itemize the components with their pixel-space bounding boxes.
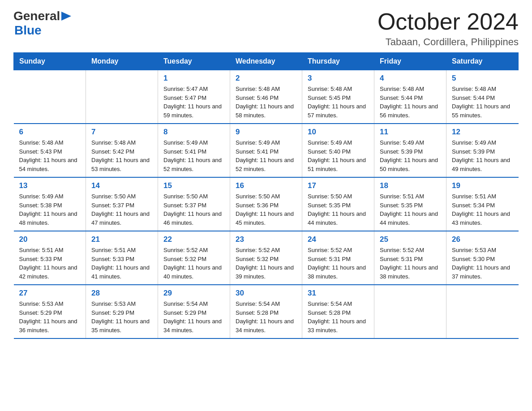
day-number: 31 <box>308 289 369 298</box>
day-number: 2 <box>236 74 296 83</box>
day-number: 25 <box>380 235 441 244</box>
day-number: 15 <box>163 181 224 190</box>
calendar-cell: 4Sunrise: 5:48 AMSunset: 5:44 PMDaylight… <box>374 70 446 124</box>
day-info: Sunrise: 5:48 AMSunset: 5:43 PMDaylight:… <box>19 138 81 173</box>
calendar-cell <box>446 285 519 338</box>
col-friday: Friday <box>374 53 446 70</box>
col-monday: Monday <box>86 53 158 70</box>
day-number: 3 <box>308 74 369 83</box>
calendar-cell: 10Sunrise: 5:49 AMSunset: 5:40 PMDayligh… <box>302 124 374 177</box>
day-number: 11 <box>380 128 441 137</box>
calendar-cell: 6Sunrise: 5:48 AMSunset: 5:43 PMDaylight… <box>14 124 86 177</box>
day-number: 22 <box>163 235 224 244</box>
day-info: Sunrise: 5:54 AMSunset: 5:28 PMDaylight:… <box>308 300 369 334</box>
month-title: October 2024 <box>378 9 519 34</box>
logo-general-text: General <box>13 9 60 23</box>
day-info: Sunrise: 5:49 AMSunset: 5:41 PMDaylight:… <box>163 138 224 173</box>
svg-marker-0 <box>61 12 71 21</box>
day-info: Sunrise: 5:48 AMSunset: 5:45 PMDaylight:… <box>308 85 369 120</box>
day-number: 4 <box>380 74 441 83</box>
calendar-cell <box>374 285 446 338</box>
calendar-cell: 24Sunrise: 5:52 AMSunset: 5:31 PMDayligh… <box>302 231 374 285</box>
day-number: 26 <box>452 235 513 244</box>
day-number: 5 <box>452 74 513 83</box>
day-number: 1 <box>163 74 224 83</box>
day-number: 27 <box>19 289 81 298</box>
day-number: 6 <box>19 128 81 137</box>
header-row: Sunday Monday Tuesday Wednesday Thursday… <box>14 53 519 70</box>
day-info: Sunrise: 5:49 AMSunset: 5:39 PMDaylight:… <box>452 138 513 173</box>
calendar-row: 6Sunrise: 5:48 AMSunset: 5:43 PMDaylight… <box>14 124 519 177</box>
day-number: 24 <box>308 235 369 244</box>
calendar-cell: 30Sunrise: 5:54 AMSunset: 5:28 PMDayligh… <box>230 285 302 338</box>
calendar-cell: 19Sunrise: 5:51 AMSunset: 5:34 PMDayligh… <box>446 177 519 231</box>
day-number: 19 <box>452 181 513 190</box>
day-info: Sunrise: 5:51 AMSunset: 5:35 PMDaylight:… <box>380 192 441 227</box>
page-header: General Blue October 2024 Tabaan, Cordil… <box>13 9 519 48</box>
calendar-cell: 5Sunrise: 5:48 AMSunset: 5:44 PMDaylight… <box>446 70 519 124</box>
day-info: Sunrise: 5:48 AMSunset: 5:46 PMDaylight:… <box>236 85 296 120</box>
day-number: 23 <box>236 235 296 244</box>
day-number: 9 <box>236 128 296 137</box>
calendar-cell: 20Sunrise: 5:51 AMSunset: 5:33 PMDayligh… <box>14 231 86 285</box>
calendar-cell: 12Sunrise: 5:49 AMSunset: 5:39 PMDayligh… <box>446 124 519 177</box>
calendar-row: 27Sunrise: 5:53 AMSunset: 5:29 PMDayligh… <box>14 285 519 338</box>
title-section: October 2024 Tabaan, Cordillera, Philipp… <box>378 9 519 48</box>
calendar-cell: 29Sunrise: 5:54 AMSunset: 5:29 PMDayligh… <box>158 285 230 338</box>
calendar-cell: 17Sunrise: 5:50 AMSunset: 5:35 PMDayligh… <box>302 177 374 231</box>
calendar-cell: 23Sunrise: 5:52 AMSunset: 5:32 PMDayligh… <box>230 231 302 285</box>
calendar-header: Sunday Monday Tuesday Wednesday Thursday… <box>14 53 519 70</box>
calendar-cell: 8Sunrise: 5:49 AMSunset: 5:41 PMDaylight… <box>158 124 230 177</box>
day-number: 21 <box>91 235 152 244</box>
day-number: 7 <box>91 128 152 137</box>
day-info: Sunrise: 5:54 AMSunset: 5:29 PMDaylight:… <box>163 300 224 334</box>
calendar-cell <box>86 70 158 124</box>
calendar-body: 1Sunrise: 5:47 AMSunset: 5:47 PMDaylight… <box>14 70 519 339</box>
day-info: Sunrise: 5:48 AMSunset: 5:44 PMDaylight:… <box>380 85 441 120</box>
calendar-row: 13Sunrise: 5:49 AMSunset: 5:38 PMDayligh… <box>14 177 519 231</box>
day-info: Sunrise: 5:51 AMSunset: 5:33 PMDaylight:… <box>91 246 152 281</box>
calendar-cell <box>14 70 86 124</box>
col-thursday: Thursday <box>302 53 374 70</box>
day-info: Sunrise: 5:53 AMSunset: 5:30 PMDaylight:… <box>452 246 513 281</box>
day-number: 12 <box>452 128 513 137</box>
logo-triangle-icon <box>61 12 71 21</box>
day-info: Sunrise: 5:50 AMSunset: 5:37 PMDaylight:… <box>163 192 224 227</box>
calendar-cell: 28Sunrise: 5:53 AMSunset: 5:29 PMDayligh… <box>86 285 158 338</box>
calendar-cell: 14Sunrise: 5:50 AMSunset: 5:37 PMDayligh… <box>86 177 158 231</box>
calendar-cell: 26Sunrise: 5:53 AMSunset: 5:30 PMDayligh… <box>446 231 519 285</box>
day-number: 13 <box>19 181 81 190</box>
day-number: 10 <box>308 128 369 137</box>
calendar-cell: 7Sunrise: 5:48 AMSunset: 5:42 PMDaylight… <box>86 124 158 177</box>
col-sunday: Sunday <box>14 53 86 70</box>
day-info: Sunrise: 5:50 AMSunset: 5:37 PMDaylight:… <box>91 192 152 227</box>
logo-blue-text: Blue <box>14 23 42 37</box>
day-info: Sunrise: 5:52 AMSunset: 5:31 PMDaylight:… <box>380 246 441 281</box>
day-number: 18 <box>380 181 441 190</box>
calendar-cell: 9Sunrise: 5:49 AMSunset: 5:41 PMDaylight… <box>230 124 302 177</box>
day-info: Sunrise: 5:48 AMSunset: 5:44 PMDaylight:… <box>452 85 513 120</box>
day-number: 8 <box>163 128 224 137</box>
calendar-cell: 15Sunrise: 5:50 AMSunset: 5:37 PMDayligh… <box>158 177 230 231</box>
day-info: Sunrise: 5:51 AMSunset: 5:34 PMDaylight:… <box>452 192 513 227</box>
calendar-cell: 2Sunrise: 5:48 AMSunset: 5:46 PMDaylight… <box>230 70 302 124</box>
day-info: Sunrise: 5:49 AMSunset: 5:39 PMDaylight:… <box>380 138 441 173</box>
day-info: Sunrise: 5:50 AMSunset: 5:35 PMDaylight:… <box>308 192 369 227</box>
day-info: Sunrise: 5:52 AMSunset: 5:32 PMDaylight:… <box>236 246 296 281</box>
location-subtitle: Tabaan, Cordillera, Philippines <box>378 36 519 48</box>
day-number: 30 <box>236 289 296 298</box>
calendar-cell: 21Sunrise: 5:51 AMSunset: 5:33 PMDayligh… <box>86 231 158 285</box>
day-info: Sunrise: 5:50 AMSunset: 5:36 PMDaylight:… <box>236 192 296 227</box>
calendar-cell: 18Sunrise: 5:51 AMSunset: 5:35 PMDayligh… <box>374 177 446 231</box>
calendar-cell: 16Sunrise: 5:50 AMSunset: 5:36 PMDayligh… <box>230 177 302 231</box>
calendar-cell: 1Sunrise: 5:47 AMSunset: 5:47 PMDaylight… <box>158 70 230 124</box>
day-number: 20 <box>19 235 81 244</box>
day-info: Sunrise: 5:49 AMSunset: 5:40 PMDaylight:… <box>308 138 369 173</box>
day-number: 28 <box>91 289 152 298</box>
calendar-cell: 3Sunrise: 5:48 AMSunset: 5:45 PMDaylight… <box>302 70 374 124</box>
day-info: Sunrise: 5:53 AMSunset: 5:29 PMDaylight:… <box>91 300 152 334</box>
day-info: Sunrise: 5:49 AMSunset: 5:41 PMDaylight:… <box>236 138 296 173</box>
day-number: 14 <box>91 181 152 190</box>
calendar-cell: 31Sunrise: 5:54 AMSunset: 5:28 PMDayligh… <box>302 285 374 338</box>
day-info: Sunrise: 5:49 AMSunset: 5:38 PMDaylight:… <box>19 192 81 227</box>
